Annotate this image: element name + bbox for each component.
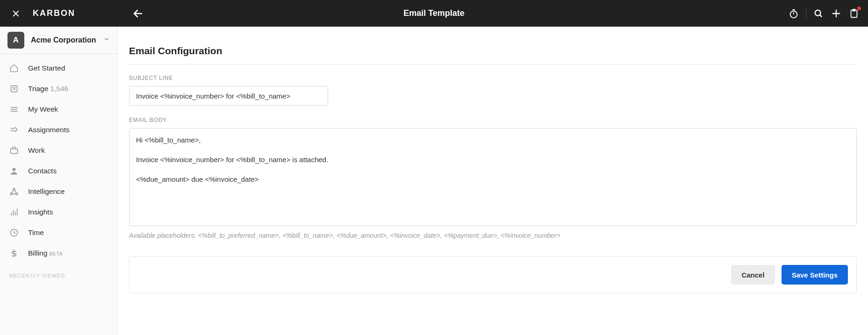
org-name: Acme Corporation xyxy=(31,36,97,44)
plus-icon xyxy=(831,8,841,19)
sidebar-item-work[interactable]: Work xyxy=(0,140,117,161)
action-bar: Cancel Save Settings xyxy=(129,256,857,293)
sidebar-item-label: BillingBETA xyxy=(28,249,63,257)
svg-point-23 xyxy=(10,193,12,195)
tray-button[interactable] xyxy=(848,8,860,19)
sidebar-item-insights[interactable]: Insights xyxy=(0,202,117,222)
arrow-right-list-icon xyxy=(9,125,19,135)
search-button[interactable] xyxy=(813,8,824,19)
svg-line-26 xyxy=(15,190,16,193)
stopwatch-icon xyxy=(789,8,799,19)
topbar-left: KARBON xyxy=(10,8,75,19)
clock-icon xyxy=(9,228,19,237)
body-textarea[interactable] xyxy=(129,128,857,226)
sidebar-item-my-week[interactable]: My Week xyxy=(0,99,117,120)
sidebar: A Acme Corporation Get Started Triage1,5… xyxy=(0,27,118,335)
subject-label: SUBJECT LINE xyxy=(129,75,857,81)
briefcase-icon xyxy=(9,146,19,155)
sidebar-item-label: Triage1,546 xyxy=(28,85,68,93)
home-icon xyxy=(9,64,19,73)
arrow-left-icon xyxy=(132,8,143,19)
search-icon xyxy=(813,8,824,19)
sidebar-item-time[interactable]: Time xyxy=(0,222,117,243)
network-icon xyxy=(9,187,19,196)
topbar-right xyxy=(788,8,860,19)
chevron-down-icon xyxy=(103,36,110,44)
sidebar-nav: Get Started Triage1,546 My Week Assignme… xyxy=(0,54,117,264)
svg-point-22 xyxy=(13,188,15,190)
sidebar-item-label: Contacts xyxy=(28,167,57,175)
save-button[interactable]: Save Settings xyxy=(782,265,848,285)
main-content: Email Configuration SUBJECT LINE EMAIL B… xyxy=(118,27,868,335)
back-button[interactable] xyxy=(131,7,145,21)
cancel-button[interactable]: Cancel xyxy=(731,265,775,285)
sidebar-item-triage[interactable]: Triage1,546 xyxy=(0,78,117,99)
svg-line-25 xyxy=(12,190,13,193)
topbar: KARBON Email Template xyxy=(0,0,868,27)
timer-button[interactable] xyxy=(788,8,799,19)
sidebar-item-billing[interactable]: BillingBETA xyxy=(0,243,117,264)
svg-point-6 xyxy=(815,10,821,15)
app-logo: KARBON xyxy=(33,8,75,18)
org-switcher[interactable]: A Acme Corporation xyxy=(0,27,117,54)
dollar-icon xyxy=(9,249,19,258)
inbox-icon xyxy=(9,84,19,93)
subject-field-group: SUBJECT LINE xyxy=(129,75,857,106)
topbar-divider xyxy=(806,8,806,19)
list-icon xyxy=(9,105,19,114)
close-button[interactable] xyxy=(10,8,22,19)
sidebar-item-intelligence[interactable]: Intelligence xyxy=(0,181,117,202)
svg-point-24 xyxy=(16,193,18,195)
sidebar-item-label: Intelligence xyxy=(28,187,65,196)
bar-chart-icon xyxy=(9,207,19,217)
subject-input[interactable] xyxy=(129,86,328,106)
sidebar-item-label: My Week xyxy=(28,105,58,114)
sidebar-item-label: Insights xyxy=(28,208,53,216)
recently-viewed-heading: RECENTLY VIEWED xyxy=(0,273,117,278)
sidebar-item-label: Get Started xyxy=(28,64,65,72)
org-avatar: A xyxy=(7,32,24,49)
svg-point-21 xyxy=(13,168,16,171)
close-icon xyxy=(12,9,20,18)
sidebar-item-label: Work xyxy=(28,146,45,155)
page-title: Email Template xyxy=(0,8,868,18)
sidebar-item-label: Assignments xyxy=(28,126,70,134)
notification-dot xyxy=(857,7,861,10)
placeholders-hint: Available placeholders: <%bill_to_prefer… xyxy=(129,232,857,239)
sidebar-item-label: Time xyxy=(28,228,44,237)
section-divider xyxy=(129,64,857,64)
body-field-group: EMAIL BODY Available placeholders: <%bil… xyxy=(129,117,857,239)
body-label: EMAIL BODY xyxy=(129,117,857,123)
svg-line-7 xyxy=(820,14,822,16)
section-title: Email Configuration xyxy=(129,45,857,57)
svg-rect-20 xyxy=(11,149,18,154)
sidebar-item-assignments[interactable]: Assignments xyxy=(0,120,117,140)
person-icon xyxy=(9,166,19,176)
sidebar-item-contacts[interactable]: Contacts xyxy=(0,161,117,181)
sidebar-item-get-started[interactable]: Get Started xyxy=(0,58,117,78)
add-button[interactable] xyxy=(831,8,842,19)
